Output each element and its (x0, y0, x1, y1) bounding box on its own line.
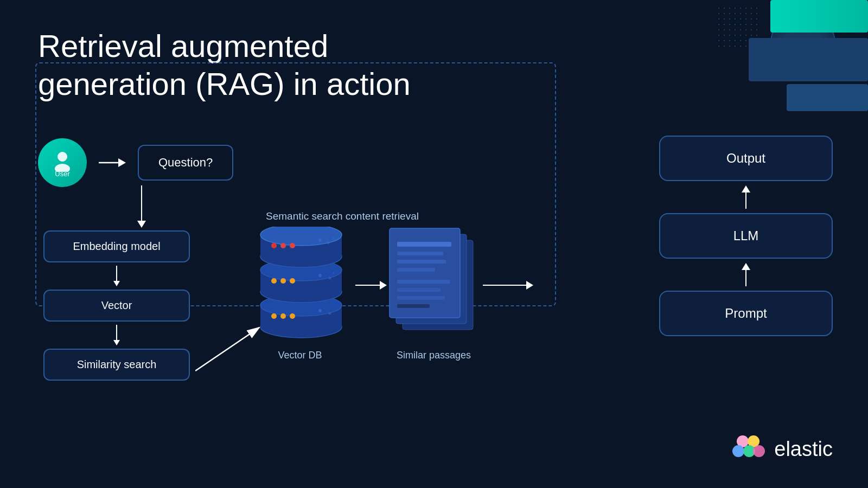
svg-rect-41 (397, 296, 445, 300)
svg-point-21 (271, 243, 277, 248)
svg-point-15 (271, 278, 277, 284)
svg-rect-36 (397, 252, 443, 255)
svg-point-23 (290, 243, 295, 248)
prompt-to-llm-arrow (742, 263, 750, 286)
bg-rect-blue (749, 38, 868, 81)
bg-circle (770, 11, 835, 76)
vectordb-to-passages-arrow (355, 281, 387, 290)
svg-point-45 (732, 445, 744, 457)
svg-point-26 (333, 237, 335, 240)
output-box: Output (659, 136, 833, 181)
svg-rect-42 (397, 304, 430, 308)
passages-to-prompt-arrow (483, 281, 533, 290)
svg-point-16 (280, 278, 286, 284)
svg-point-9 (271, 313, 277, 319)
svg-point-28 (329, 277, 331, 280)
svg-rect-35 (397, 242, 451, 247)
svg-point-25 (327, 242, 330, 245)
svg-point-11 (290, 313, 295, 319)
semantic-search-label: Semantic search content retrieval (266, 210, 419, 222)
svg-point-10 (280, 313, 286, 319)
embedding-model-box: Embedding model (43, 230, 190, 262)
background-decoration (684, 0, 868, 119)
bg-dots (716, 5, 760, 49)
elastic-name: elastic (774, 438, 833, 461)
svg-point-24 (318, 239, 322, 242)
svg-rect-40 (397, 288, 441, 292)
vector-db-label: Vector DB (254, 350, 346, 361)
svg-rect-37 (397, 260, 446, 264)
svg-rect-38 (397, 268, 435, 272)
embedding-to-vector-arrow (113, 266, 120, 286)
similarity-search-box: Similarity search (43, 349, 190, 381)
similar-passages-illustration (386, 227, 481, 348)
elastic-logo-icon (731, 432, 765, 466)
svg-point-22 (280, 243, 286, 248)
svg-point-31 (329, 312, 331, 315)
llm-to-output-arrow (742, 185, 750, 209)
svg-point-27 (318, 274, 322, 277)
elastic-logo: elastic (731, 432, 833, 466)
vector-db-illustration (250, 227, 353, 343)
svg-point-47 (753, 445, 765, 457)
similar-passages-label: Similar passages (386, 350, 481, 361)
svg-rect-39 (397, 280, 450, 284)
vector-to-similarity-arrow (113, 325, 120, 345)
svg-point-20 (260, 227, 342, 246)
svg-point-17 (290, 278, 295, 284)
bg-rect-teal (770, 0, 868, 33)
llm-box: LLM (659, 213, 833, 259)
vector-box: Vector (43, 290, 190, 322)
prompt-box: Prompt (659, 291, 833, 336)
bg-rect-darker (787, 84, 868, 111)
svg-point-29 (333, 272, 335, 274)
svg-point-30 (318, 309, 322, 312)
